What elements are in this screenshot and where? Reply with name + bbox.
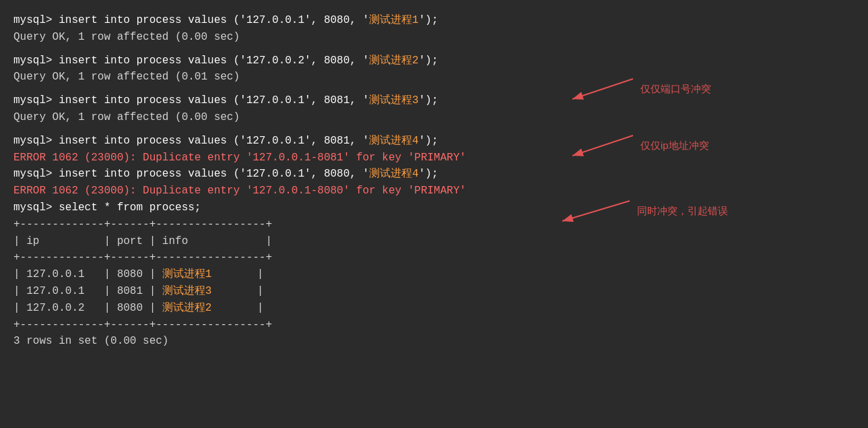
terminal-window: mysql> insert into process values ('127.… bbox=[0, 0, 868, 362]
annotation-both-conflict: 同时冲突，引起错误 bbox=[552, 197, 728, 224]
terminal-line-6: Query OK, 1 row affected (0.00 sec) bbox=[13, 109, 855, 126]
annotation-2-text: 仅仅ip地址冲突 bbox=[640, 140, 709, 152]
terminal-line-final: 3 rows in set (0.00 sec) bbox=[13, 333, 855, 350]
arrow-1 bbox=[562, 75, 636, 102]
terminal-line-3: mysql> insert into process values ('127.… bbox=[13, 53, 855, 69]
terminal-line-4: Query OK, 1 row affected (0.01 sec) bbox=[13, 69, 855, 86]
table-row-2: | 127.0.0.1 | 8081 | 测试进程3 | bbox=[13, 283, 855, 300]
table-header-row: | ip | port | info | bbox=[13, 233, 855, 250]
annotation-port-conflict: 仅仅端口号冲突 bbox=[562, 75, 711, 102]
table-row-3: | 127.0.0.2 | 8080 | 测试进程2 | bbox=[13, 300, 855, 317]
svg-line-5 bbox=[562, 201, 630, 221]
table-row-1: | 127.0.0.1 | 8080 | 测试进程1 | bbox=[13, 266, 855, 283]
terminal-line-8: ERROR 1062 (23000): Duplicate entry '127… bbox=[13, 150, 855, 166]
terminal-line-10: ERROR 1062 (23000): Duplicate entry '127… bbox=[13, 183, 855, 200]
svg-line-3 bbox=[572, 135, 633, 156]
terminal-line-5: mysql> insert into process values ('127.… bbox=[13, 92, 855, 109]
terminal-line-7: mysql> insert into process values ('127.… bbox=[13, 133, 855, 150]
terminal-line-9: mysql> insert into process values ('127.… bbox=[13, 166, 855, 183]
arrow-2 bbox=[562, 132, 636, 159]
annotation-ip-conflict: 仅仅ip地址冲突 bbox=[562, 132, 709, 159]
table-col-info: info bbox=[162, 235, 188, 247]
annotation-3-text: 同时冲突，引起错误 bbox=[637, 205, 728, 218]
annotation-1-text: 仅仅端口号冲突 bbox=[640, 83, 711, 96]
svg-line-1 bbox=[572, 79, 633, 99]
terminal-line-2: Query OK, 1 row affected (0.00 sec) bbox=[13, 29, 855, 46]
terminal-line-1: mysql> insert into process values ('127.… bbox=[13, 12, 855, 29]
arrow-3 bbox=[552, 197, 633, 224]
table-border-bottom: +-------------+------+-----------------+ bbox=[13, 317, 855, 334]
table-border-top: +-------------+------+-----------------+ bbox=[13, 216, 855, 233]
terminal-line-11: mysql> select * from process; bbox=[13, 200, 855, 216]
table-border-mid: +-------------+------+-----------------+ bbox=[13, 249, 855, 266]
